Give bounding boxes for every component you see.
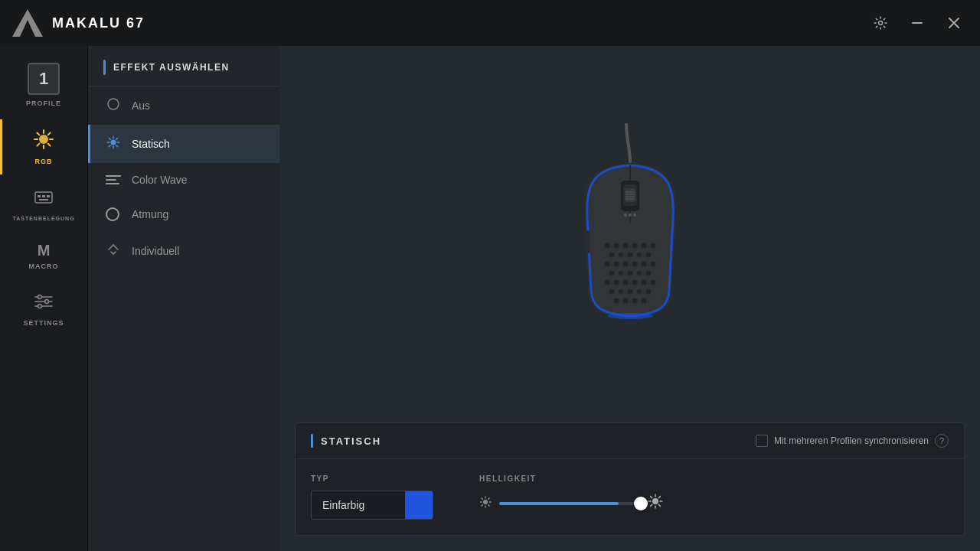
svg-point-24 — [38, 305, 42, 308]
svg-marker-0 — [12, 9, 43, 37]
svg-point-57 — [618, 271, 623, 276]
svg-line-38 — [113, 252, 116, 254]
close-button[interactable] — [940, 9, 968, 37]
minimize-button[interactable] — [903, 9, 931, 37]
effect-header: EFFEKT AUSWÄHLEN — [88, 46, 279, 86]
svg-point-46 — [618, 253, 623, 258]
svg-line-104 — [658, 504, 660, 506]
svg-point-56 — [609, 271, 614, 276]
svg-rect-17 — [47, 195, 50, 197]
effect-item-aus[interactable]: Aus — [88, 86, 279, 125]
svg-line-11 — [48, 144, 51, 146]
sidebar-item-macro[interactable]: M MACRO — [0, 233, 87, 279]
svg-point-48 — [636, 253, 642, 258]
sidebar: 1 PROFILE RGB — [0, 46, 88, 551]
svg-line-10 — [38, 133, 40, 135]
svg-point-85 — [629, 214, 632, 217]
main-layout: 1 PROFILE RGB — [0, 46, 980, 551]
effect-label-atmung: Atmung — [132, 208, 168, 220]
svg-point-89 — [483, 500, 488, 504]
svg-line-36 — [113, 245, 118, 249]
effect-header-title: EFFEKT AUSWÄHLEN — [113, 62, 230, 73]
brightness-thumb[interactable] — [634, 497, 648, 510]
colorwave-icon — [106, 175, 121, 184]
effect-label-statisch: Statisch — [132, 138, 170, 150]
type-selector[interactable]: Einfarbig — [311, 491, 433, 520]
logo-area: MAKALU 67 — [12, 9, 145, 37]
svg-point-42 — [632, 243, 637, 249]
svg-point-53 — [632, 262, 637, 267]
svg-point-70 — [636, 289, 642, 295]
svg-line-35 — [109, 245, 113, 249]
svg-line-97 — [482, 504, 482, 505]
sidebar-item-tastenbelegung[interactable]: TASTENBELEGUNG — [0, 178, 87, 230]
help-icon[interactable]: ? — [935, 434, 949, 448]
svg-point-5 — [39, 135, 48, 144]
sidebar-label-macro: MACRO — [29, 262, 59, 270]
settings-button[interactable] — [867, 9, 894, 37]
svg-point-58 — [627, 271, 632, 276]
sync-checkbox[interactable] — [756, 435, 768, 447]
mouse-illustration — [554, 123, 707, 345]
effect-item-atmung[interactable]: Atmung — [88, 197, 279, 232]
type-color-swatch[interactable] — [405, 491, 433, 519]
macro-icon: M — [38, 243, 51, 258]
settings-panel: STATISCH Mit mehreren Profilen synchroni… — [295, 422, 965, 536]
brightness-track[interactable] — [499, 502, 640, 505]
svg-point-86 — [633, 214, 636, 217]
svg-point-64 — [632, 280, 637, 285]
svg-point-65 — [641, 280, 646, 285]
svg-point-67 — [609, 289, 614, 295]
settings-nav-icon — [34, 292, 54, 315]
profile-number: 1 — [28, 63, 60, 95]
sync-label: Mit mehreren Profilen synchronisieren — [774, 435, 929, 446]
svg-rect-16 — [42, 195, 45, 197]
svg-point-39 — [604, 243, 609, 249]
svg-line-32 — [116, 145, 118, 147]
svg-point-60 — [645, 271, 651, 276]
effect-label-colorwave: Color Wave — [132, 174, 188, 186]
sidebar-label-profile: PROFILE — [26, 99, 61, 107]
brightness-fill — [499, 502, 619, 505]
svg-point-23 — [45, 300, 49, 304]
effect-item-statisch[interactable]: Statisch — [88, 125, 279, 163]
effect-label-individuell: Individuell — [132, 245, 179, 257]
sidebar-label-rgb: RGB — [35, 158, 53, 165]
settings-title: STATISCH — [321, 435, 748, 447]
app-title: MAKALU 67 — [52, 15, 145, 31]
sidebar-item-rgb[interactable]: RGB — [0, 119, 87, 174]
sidebar-item-settings[interactable]: SETTINGS — [0, 282, 87, 336]
svg-point-68 — [618, 289, 623, 295]
svg-rect-87 — [586, 230, 590, 253]
svg-point-49 — [645, 253, 651, 258]
brightness-slider-row — [479, 494, 663, 513]
svg-point-52 — [622, 262, 628, 267]
svg-line-106 — [651, 504, 652, 506]
rgb-icon — [33, 129, 54, 153]
svg-line-12 — [48, 133, 51, 135]
effect-item-individuell[interactable]: Individuell — [88, 232, 279, 270]
svg-point-41 — [622, 243, 628, 249]
effect-item-colorwave[interactable]: Color Wave — [88, 163, 279, 197]
titlebar: MAKALU 67 — [0, 0, 980, 46]
svg-point-71 — [645, 289, 651, 295]
statisch-icon — [106, 135, 121, 152]
svg-line-94 — [482, 497, 482, 498]
svg-point-74 — [632, 298, 637, 304]
svg-point-51 — [613, 262, 619, 267]
svg-point-22 — [38, 295, 42, 299]
svg-line-34 — [109, 145, 110, 147]
svg-point-75 — [641, 298, 646, 304]
brightness-label: HELLIGKEIT — [479, 474, 663, 483]
svg-point-69 — [627, 289, 632, 295]
svg-point-1 — [879, 21, 883, 25]
svg-rect-15 — [38, 195, 41, 197]
effect-label-aus: Aus — [132, 99, 150, 112]
svg-point-98 — [652, 498, 658, 504]
svg-point-72 — [613, 298, 619, 304]
svg-line-13 — [38, 144, 40, 146]
svg-point-44 — [650, 243, 655, 249]
type-label: TYP — [311, 474, 433, 483]
svg-point-43 — [641, 243, 646, 249]
sidebar-item-profile[interactable]: 1 PROFILE — [0, 54, 87, 116]
